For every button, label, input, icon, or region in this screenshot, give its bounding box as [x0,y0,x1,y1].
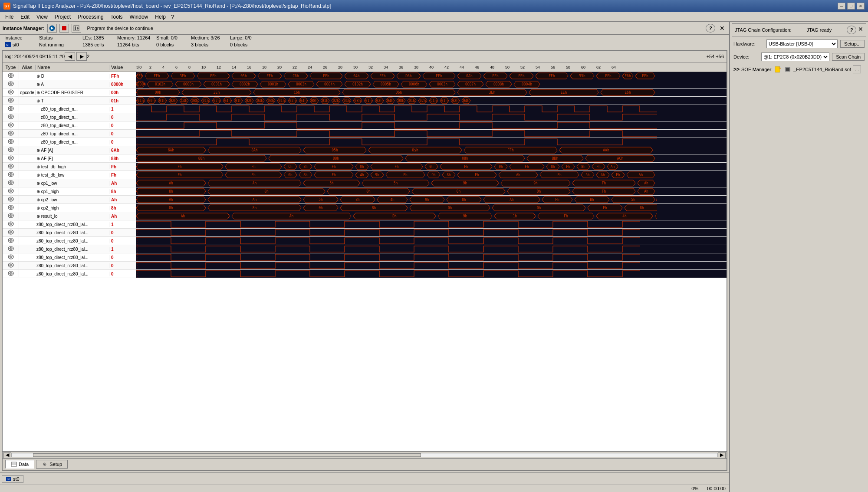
signal-name-20: z80_top_direct_n:z80_lal... [36,239,109,243]
svg-rect-468 [11,462,16,466]
svg-text:88h: 88h [198,157,205,161]
nav-back-button[interactable]: ◀ [65,52,75,61]
signal-row-24[interactable]: z80_top_direct_n:z80_lal... 0 [3,270,727,278]
svg-text:BBh: BBh [552,157,559,161]
signal-row-9[interactable]: ⊕ AF [A] 6Ah 6Ah8Ah05h0$hFFhAAh [3,146,727,154]
menu-view[interactable]: View [33,13,51,21]
signal-row-18[interactable]: z80_top_direct_n:z80_lal... 1 [3,220,727,229]
app-icon: ST [3,3,10,10]
menu-tools[interactable]: Tools [107,13,126,21]
time-tick-20: 20 [277,65,282,69]
menu-project[interactable]: Project [51,13,74,21]
main-layout: Instance Manager: Program the device to … [0,22,868,492]
signal-waveform-18 [136,220,727,228]
scrollbar-thumb[interactable] [33,453,421,457]
help-button[interactable]: ? [706,24,715,33]
signal-row-7[interactable]: z80_top_direct_n... 0 [3,130,727,138]
menu-processing[interactable]: Processing [74,13,107,21]
svg-text:04h: 04h [257,99,263,103]
device-select[interactable]: @1: EP2C8 (0x020B20DD) [761,52,829,61]
menu-edit[interactable]: Edit [17,13,33,21]
signal-row-3[interactable]: ⊕ T 01h 01h00h01h02hC4h08h01h02h04h01h02… [3,97,727,105]
maximize-button[interactable]: □ [847,3,855,10]
svg-text:05h: 05h [332,148,338,152]
run-analysis-button[interactable] [47,24,57,33]
menu-window[interactable]: Window [126,13,152,21]
signal-row-8[interactable]: z80_top_direct_n... 0 [3,138,727,146]
svg-text:00h: 00h [155,91,161,95]
close-button[interactable]: ✕ [857,3,865,10]
signal-row-16[interactable]: ⊕ cp2_high 8h 8h8h0h8h0h0hFh8h5h [3,204,727,212]
signal-type-6 [3,122,19,129]
svg-text:0000h: 0000h [136,82,146,86]
svg-text:0h: 0h [429,165,434,169]
signal-row-14[interactable]: ⊕ cp1_high 8h 8h8h0h0h0hFhAh [3,187,727,196]
svg-text:Dh: Dh [392,214,397,218]
time-tick-62: 62 [596,65,601,69]
signal-type-16 [3,204,19,211]
instance-tab-st0[interactable]: ST st0 [2,475,23,483]
horizontal-scrollbar[interactable]: ◀ ▶ [3,451,727,458]
scan-chain-button[interactable]: Scan Chain [832,53,865,61]
sof-dots-button[interactable]: ... [853,66,861,73]
help-icon[interactable]: ? [171,13,174,20]
col-header-name: Name [36,65,109,70]
signal-row-17[interactable]: ⊕ result_lo Ah AhAhDh9h1hFh4hAh [3,212,727,220]
svg-rect-2 [62,26,66,30]
instance-row-st0[interactable]: ST st0 Not running 1385 cells 11264 bits… [3,41,727,48]
signal-row-15[interactable]: ⊕ cp2_low Ah AhAh5h8h4h9h8hAhFhBh5hAh [3,196,727,204]
stop-button[interactable] [59,24,69,33]
signal-row-6[interactable]: z80_top_direct_n... 0 [3,121,727,130]
close-instance-manager[interactable]: ✕ [718,25,727,32]
svg-text:0h: 0h [448,206,452,210]
signal-row-0[interactable]: ⊕ D FFh FFhFFh3EhFFh05hFFhC6hFFh04hFFhD6… [3,72,727,80]
signal-row-1[interactable]: ⊕ A 0000h 0000h0102h0000h0001h0002h0001h… [3,80,727,89]
signal-row-19[interactable]: z80_top_direct_n:z80_lal... 0 [3,229,727,237]
jtag-close-button[interactable]: ✕ [858,26,863,34]
signal-name-10: ⊕ AF [F] [36,156,109,161]
signal-row-11[interactable]: ⊕ test_db_high Fh FhFhCh8hFh0hFh0hFh0hFh… [3,163,727,171]
minimize-button[interactable]: ─ [838,3,845,10]
signal-row-21[interactable]: z80_top_direct_n:z80_lal... 1 [3,245,727,253]
signal-row-10[interactable]: ⊕ AF [F] 88h 88h88h08hBBhACh [3,154,727,163]
signal-type-13 [3,180,19,187]
setup-button[interactable]: Setup... [840,40,865,48]
autorun-button[interactable] [72,24,81,33]
signal-row-5[interactable]: z80_top_direct_n... 0 [3,113,727,121]
signal-row-13[interactable]: ⊕ cp1_low Ah AhAh5h5h9h9hFhAh [3,179,727,187]
time-tick-60: 60 [581,65,585,69]
signal-row-12[interactable]: ⊕ test_db_low Fh FhFh6h8hFh4h9hFh9h8hFhA… [3,171,727,179]
scroll-right-button[interactable]: ▶ [718,452,726,458]
signal-name-5: z80_top_direct_n... [36,115,109,120]
svg-text:0h: 0h [537,190,541,194]
tab-setup[interactable]: Setup [36,460,68,469]
signal-waveform-1: 0000h0102h0000h0001h0002h0001h0003h0004h… [136,80,727,88]
signal-type-1 [3,81,19,88]
signal-type-21 [3,246,19,253]
signal-waveform-3: 01h00h01h02hC4h08h01h02h04h01h02h04h03h0… [136,97,727,105]
svg-text:08h: 08h [355,99,361,103]
col-header-instance: Instance [4,35,39,40]
nav-fwd-button[interactable]: ▶ [76,52,87,61]
jtag-help-button[interactable]: ? [847,26,856,34]
svg-text:Fh: Fh [603,206,607,210]
scrollbar-track[interactable] [11,453,718,457]
signal-name-19: z80_top_direct_n:z80_lal... [36,230,109,235]
time-tick-50: 50 [505,65,510,69]
menu-help[interactable]: Help [151,13,169,21]
svg-text:FFh: FFh [436,74,442,78]
hardware-select[interactable]: USB-Blaster [USB-0] [766,39,838,48]
signal-row-23[interactable]: z80_top_direct_n:z80_lal... 0 [3,262,727,270]
signal-row-4[interactable]: z80_top_direct_n... 1 [3,105,727,113]
svg-marker-5 [77,26,79,30]
scroll-left-button[interactable]: ◀ [3,452,11,458]
signal-row-20[interactable]: z80_top_direct_n:z80_lal... 0 [3,237,727,245]
signal-row-2[interactable]: opcode ⊕ OPCODE REGISTER 00h 00h3EhC6hD6… [3,89,727,97]
menu-file[interactable]: File [2,13,17,21]
signal-row-22[interactable]: z80_top_direct_n:z80_lal... 0 [3,253,727,262]
column-headers: Type Alias Name Value 3|0 2 4 6 8 10 [3,62,727,72]
svg-text:ST: ST [6,43,10,46]
tab-data[interactable]: Data [5,460,34,469]
time-tick-38: 38 [414,65,418,69]
title-bar-controls[interactable]: ─ □ ✕ [838,3,865,10]
